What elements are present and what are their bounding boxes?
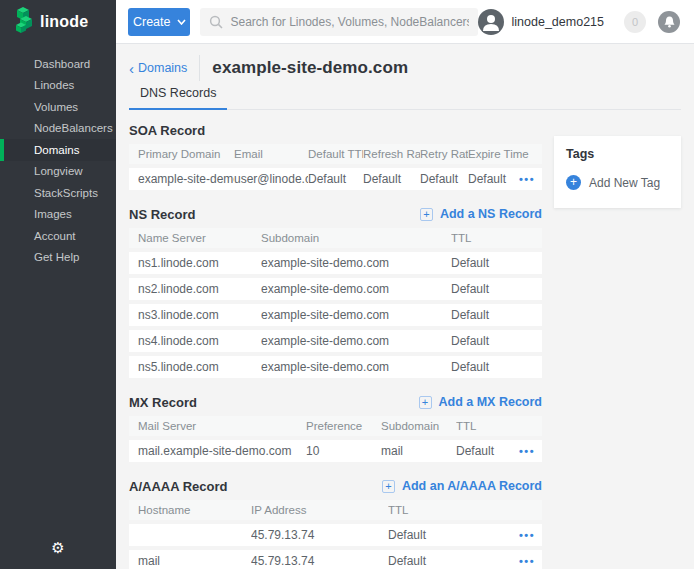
user-avatar[interactable] <box>478 9 504 35</box>
breadcrumb-back-link[interactable]: ‹ Domains <box>129 61 187 76</box>
linode-logo[interactable]: linode <box>0 0 116 44</box>
sidebar-item-nodebalancers[interactable]: NodeBalancers <box>0 118 116 140</box>
row-actions-button[interactable]: ••• <box>519 524 535 546</box>
table-cell: ns2.linode.com <box>138 282 261 296</box>
table-cell: mail <box>381 444 456 458</box>
column-header: Preference <box>306 420 381 432</box>
tags-column: Tags + Add New Tag <box>554 110 681 208</box>
username[interactable]: linode_demo215 <box>512 15 604 29</box>
main-content: ‹ Domains example-site-demo.com DNS Reco… <box>116 44 694 569</box>
table-cell: ns5.linode.com <box>138 360 261 374</box>
tags-panel: Tags + Add New Tag <box>554 136 681 208</box>
sidebar-item-account[interactable]: Account <box>0 225 116 247</box>
table-cell: example-site-demo.com <box>261 334 451 348</box>
table-row: ns2.linode.comexample-site-demo.comDefau… <box>129 278 542 300</box>
column-header: Mail Server <box>138 420 306 432</box>
add-mx-record-button[interactable]: + Add a MX Record <box>419 395 543 409</box>
brand-name: linode <box>40 13 88 31</box>
chevron-down-icon <box>177 19 186 25</box>
ns-table: Name ServerSubdomainTTLns1.linode.comexa… <box>129 228 542 378</box>
column-header: TTL <box>456 420 542 432</box>
breadcrumb-label: Domains <box>138 61 187 75</box>
column-header: Default TTL <box>308 148 363 160</box>
sidebar-nav: DashboardLinodesVolumesNodeBalancersDoma… <box>0 53 116 268</box>
sidebar-item-linodes[interactable]: Linodes <box>0 75 116 97</box>
sidebar-item-get-help[interactable]: Get Help <box>0 247 116 269</box>
table-header-row: HostnameIP AddressTTL <box>129 500 542 520</box>
plus-box-icon: + <box>382 480 395 493</box>
section-title-ns: NS Record <box>129 207 195 222</box>
table-cell: example-site-demo.com <box>261 360 451 374</box>
create-button[interactable]: Create <box>128 8 190 36</box>
table-header-row: Primary DomainEmailDefault TTLRefresh Ra… <box>129 144 542 164</box>
topbar-right: linode_demo215 0 <box>478 9 694 35</box>
create-button-label: Create <box>133 15 171 29</box>
notifications-bell-button[interactable] <box>658 11 680 33</box>
topbar: Create linode_demo215 0 <box>116 0 694 44</box>
row-actions-button[interactable]: ••• <box>519 168 535 190</box>
mx-table: Mail ServerPreferenceSubdomainTTLmail.ex… <box>129 416 542 462</box>
a-aaaa-table: HostnameIP AddressTTL45.79.13.74Default•… <box>129 500 542 569</box>
table-cell: example-site-demo.com <box>138 172 234 186</box>
search-input[interactable] <box>230 15 468 29</box>
soa-table: Primary DomainEmailDefault TTLRefresh Ra… <box>129 144 542 190</box>
sidebar-item-volumes[interactable]: Volumes <box>0 96 116 118</box>
table-header-row: Name ServerSubdomainTTL <box>129 228 542 248</box>
add-new-tag-button[interactable]: + Add New Tag <box>566 175 669 190</box>
search-icon <box>209 15 223 29</box>
table-cell: example-site-demo.com <box>261 282 451 296</box>
add-new-tag-label: Add New Tag <box>589 176 660 190</box>
global-search[interactable] <box>200 8 477 36</box>
bell-icon <box>664 16 675 28</box>
notification-count-badge[interactable]: 0 <box>624 11 646 33</box>
table-cell: 45.79.13.74 <box>251 528 388 542</box>
table-row: mail45.79.13.74Default••• <box>129 550 542 569</box>
table-cell: Default <box>451 282 542 296</box>
linode-logo-icon <box>14 7 33 37</box>
table-cell: example-site-demo.com <box>261 308 451 322</box>
table-cell: ns1.linode.com <box>138 256 261 270</box>
notification-count: 0 <box>632 16 638 28</box>
add-ns-record-button[interactable]: + Add a NS Record <box>420 207 542 221</box>
row-actions-button[interactable]: ••• <box>519 550 535 569</box>
add-a-aaaa-record-button[interactable]: + Add an A/AAAA Record <box>382 479 542 493</box>
row-actions-button[interactable]: ••• <box>519 440 535 462</box>
table-cell: Default <box>451 334 542 348</box>
column-header: Refresh Rate <box>363 148 420 160</box>
table-row: ns4.linode.comexample-site-demo.comDefau… <box>129 330 542 352</box>
ns-record-section: NS Record + Add a NS Record Name ServerS… <box>129 203 542 378</box>
plus-box-icon: + <box>419 396 432 409</box>
sidebar-item-domains[interactable]: Domains <box>0 139 116 161</box>
breadcrumb-divider <box>199 55 200 81</box>
section-title-soa: SOA Record <box>129 123 205 138</box>
table-cell: ns3.linode.com <box>138 308 261 322</box>
tab-dns-records[interactable]: DNS Records <box>129 86 227 110</box>
breadcrumb: ‹ Domains example-site-demo.com <box>129 44 681 86</box>
section-title-a-aaaa: A/AAAA Record <box>129 479 227 494</box>
sidebar-item-images[interactable]: Images <box>0 204 116 226</box>
column-header: TTL <box>388 504 542 516</box>
plus-circle-icon: + <box>566 175 581 190</box>
table-cell: Default <box>420 172 468 186</box>
table-row: ns1.linode.comexample-site-demo.comDefau… <box>129 252 542 274</box>
table-cell: 45.79.13.74 <box>251 554 388 568</box>
table-cell: 10 <box>306 444 381 458</box>
table-cell: Default <box>308 172 363 186</box>
column-header: Subdomain <box>381 420 456 432</box>
sidebar-item-longview[interactable]: Longview <box>0 161 116 183</box>
person-icon <box>478 9 504 35</box>
table-row: ns5.linode.comexample-site-demo.comDefau… <box>129 356 542 378</box>
chevron-left-icon: ‹ <box>129 61 134 76</box>
table-row: 45.79.13.74Default••• <box>129 524 542 546</box>
sidebar-item-dashboard[interactable]: Dashboard <box>0 53 116 75</box>
add-ns-record-label: Add a NS Record <box>440 207 542 221</box>
section-title-mx: MX Record <box>129 395 197 410</box>
column-header: Email <box>234 148 308 160</box>
column-header: TTL <box>451 232 542 244</box>
settings-gear-icon[interactable]: ⚙ <box>0 539 116 557</box>
table-header-row: Mail ServerPreferenceSubdomainTTL <box>129 416 542 436</box>
mx-record-section: MX Record + Add a MX Record Mail ServerP… <box>129 391 542 462</box>
sidebar-item-stackscripts[interactable]: StackScripts <box>0 182 116 204</box>
add-a-aaaa-record-label: Add an A/AAAA Record <box>402 479 542 493</box>
table-cell: mail <box>138 554 251 568</box>
